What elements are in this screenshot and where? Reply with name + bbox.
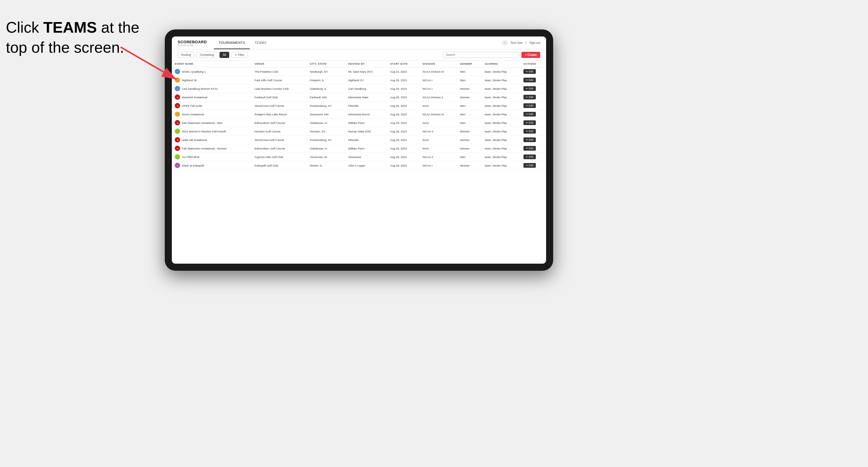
tab-teams[interactable]: TEAMS bbox=[250, 36, 271, 49]
cell-gender: Men bbox=[457, 110, 482, 119]
cell-start-date: Aug 28, 2023 bbox=[387, 136, 420, 144]
cell-hosted-by: John A Logan bbox=[345, 161, 387, 170]
nav-right: ⚙ Test User | Sign out bbox=[502, 41, 540, 45]
cell-division: NCAA Division II bbox=[420, 93, 457, 101]
cell-hosted-by: William Penn bbox=[345, 119, 387, 127]
col-venue: VENUE bbox=[252, 61, 307, 67]
cell-venue: StoneCrest Golf Course bbox=[252, 136, 307, 144]
cell-venue: Hesston Golf Course bbox=[252, 127, 307, 136]
col-division: DIVISION bbox=[420, 61, 457, 67]
cell-division: NICAA I bbox=[420, 161, 457, 170]
nav-separator: | bbox=[526, 41, 527, 44]
col-gender: GENDER bbox=[457, 61, 482, 67]
table-header: EVENT NAME VENUE CITY, STATE HOSTED BY S… bbox=[172, 61, 546, 67]
edit-button[interactable]: ✏ Edit bbox=[523, 78, 536, 83]
edit-button[interactable]: ✏ Edit bbox=[523, 129, 536, 133]
cell-division: NAIA bbox=[420, 119, 457, 127]
edit-button[interactable]: ✏ Edit bbox=[523, 95, 536, 99]
cell-scoring: team, Stroke Play bbox=[482, 136, 521, 144]
cell-hosted-by: Highland CC bbox=[345, 76, 387, 85]
edit-button[interactable]: ✏ Edit bbox=[523, 155, 536, 159]
svg-line-1 bbox=[121, 47, 177, 80]
cell-venue: Kokopelli Golf Club bbox=[252, 161, 307, 170]
cell-city: Oskaloosa, IA bbox=[307, 119, 345, 127]
cell-event-name: ⛳ UPKE Fall Invite bbox=[172, 101, 252, 110]
edit-button[interactable]: ✏ Edit bbox=[523, 86, 536, 91]
cell-scoring: team, Stroke Play bbox=[482, 67, 521, 76]
cell-venue: Edmundson Golf Course bbox=[252, 119, 307, 127]
cell-gender: Men bbox=[457, 119, 482, 127]
cell-city: Prestonsburg, KY bbox=[307, 136, 345, 144]
cell-hosted-by: Pikeville bbox=[345, 136, 387, 144]
cell-gender: Men bbox=[457, 153, 482, 161]
cell-start-date: Aug 28, 2023 bbox=[387, 127, 420, 136]
col-scoring: SCORING bbox=[482, 61, 521, 67]
create-btn[interactable]: + Create bbox=[521, 52, 540, 58]
cell-city: Vincennes, IN bbox=[307, 153, 345, 161]
cell-venue: Ruttger's Bay Lake Resort bbox=[252, 110, 307, 119]
cell-scoring: team, Stroke Play bbox=[482, 76, 521, 85]
edit-button[interactable]: ✏ Edit bbox=[523, 163, 536, 168]
cell-division: NCAA Division III bbox=[420, 67, 457, 76]
cell-division: NICAA II bbox=[420, 127, 457, 136]
table-row: ⛳ Highland 36 Park Hills Golf Course Fre… bbox=[172, 76, 546, 85]
cell-event-name: ⛳ upike fall invitational bbox=[172, 136, 252, 144]
edit-button[interactable]: ✏ Edit bbox=[523, 137, 536, 142]
event-name-text: Morris Invitational bbox=[182, 113, 204, 116]
signout-link[interactable]: Sign out bbox=[529, 41, 540, 44]
cell-venue: Cypress Hills Golf Club bbox=[252, 153, 307, 161]
arrow-pointer bbox=[112, 38, 200, 91]
cell-division: NAIA bbox=[420, 101, 457, 110]
cell-venue: StoneCrest Golf Course bbox=[252, 101, 307, 110]
cell-actions: ✏ Edit bbox=[521, 119, 546, 127]
cell-event-name: ⛳ VU PREVIEW bbox=[172, 153, 252, 161]
cell-actions: ✏ Edit bbox=[521, 110, 546, 119]
cell-actions: ✏ Edit bbox=[521, 161, 546, 170]
cell-start-date: Aug 28, 2023 bbox=[387, 101, 420, 110]
cell-city: Newburgh, NY bbox=[307, 67, 345, 76]
cell-city: Galesburg, IL bbox=[307, 85, 345, 93]
table-row: ⛳ Klash at Kokopelli Kokopelli Golf Club… bbox=[172, 161, 546, 170]
cell-hosted-by: William Penn bbox=[345, 144, 387, 153]
cell-venue: Park Hills Golf Course bbox=[252, 76, 307, 85]
user-name: Test User bbox=[510, 41, 523, 44]
edit-button[interactable]: ✏ Edit bbox=[523, 146, 536, 151]
cell-division: NAIA bbox=[420, 144, 457, 153]
edit-button[interactable]: ✏ Edit bbox=[523, 69, 536, 74]
table-row: ⛳ Maverick Invitational Faribault Golf C… bbox=[172, 93, 546, 101]
event-name-text: Fall Statesmen Invitational - Men bbox=[182, 121, 222, 124]
cell-scoring: team, Stroke Play bbox=[482, 101, 521, 110]
cell-gender: Women bbox=[457, 93, 482, 101]
tab-tournaments[interactable]: TOURNAMENTS bbox=[214, 36, 250, 49]
cell-division: NCAA Division III bbox=[420, 110, 457, 119]
cell-gender: Women bbox=[457, 161, 482, 170]
cell-actions: ✏ Edit bbox=[521, 101, 546, 110]
cell-scoring: team, Stroke Play bbox=[482, 127, 521, 136]
cell-actions: ✏ Edit bbox=[521, 144, 546, 153]
cell-city: Freeport, IL bbox=[307, 76, 345, 85]
edit-button[interactable]: ✏ Edit bbox=[523, 103, 536, 108]
event-name-text: UPKE Fall Invite bbox=[182, 104, 202, 107]
cell-hosted-by: Pikeville bbox=[345, 101, 387, 110]
edit-button[interactable]: ✏ Edit bbox=[523, 120, 536, 125]
filter-btn[interactable]: ≡ Filter bbox=[231, 52, 247, 58]
event-icon: ⛳ bbox=[175, 137, 180, 143]
cell-start-date: Aug 28, 2023 bbox=[387, 110, 420, 119]
event-icon: ⛳ bbox=[175, 146, 180, 151]
settings-icon[interactable]: ⚙ bbox=[502, 41, 507, 45]
cell-event-name: ⛳ Klash at Kokopelli bbox=[172, 161, 252, 170]
edit-button[interactable]: ✏ Edit bbox=[523, 112, 536, 117]
all-btn[interactable]: All bbox=[219, 52, 229, 58]
search-input[interactable] bbox=[442, 52, 519, 58]
cell-city: Prestonsburg, KY bbox=[307, 101, 345, 110]
table-row: ⛳ Morris Invitational Ruttger's Bay Lake… bbox=[172, 110, 546, 119]
event-icon: ⛳ bbox=[175, 120, 180, 125]
cell-start-date: Aug 28, 2023 bbox=[387, 161, 420, 170]
cell-gender: Men bbox=[457, 76, 482, 85]
table-row: ⛳ Carl Sandburg Women FA23 Lake Bracken … bbox=[172, 85, 546, 93]
event-name-text: Fall Statesmen Invitational - Women bbox=[182, 147, 226, 150]
cell-scoring: team, Stroke Play bbox=[482, 153, 521, 161]
cell-city: Deerwood, MN bbox=[307, 110, 345, 119]
cell-event-name: ⛳ Morris Invitational bbox=[172, 110, 252, 119]
cell-event-name: ⛳ Fall Statesmen Invitational - Men bbox=[172, 119, 252, 127]
